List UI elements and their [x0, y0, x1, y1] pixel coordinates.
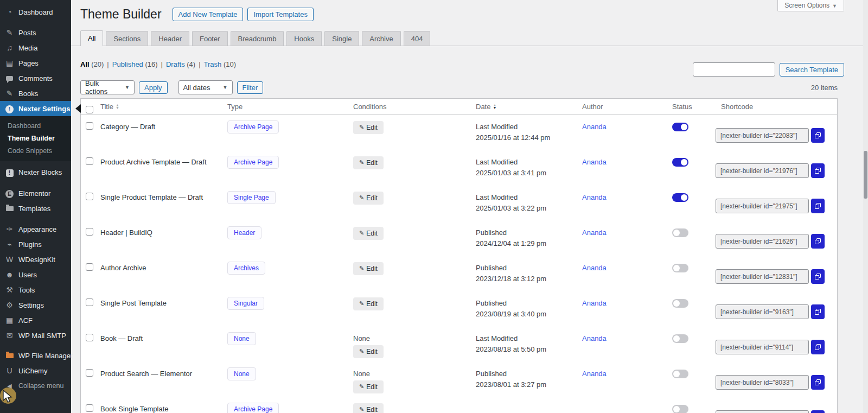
sidebar-subitem-theme-builder[interactable]: Theme Builder — [0, 132, 71, 144]
type-badge[interactable]: Archive Page — [227, 403, 279, 413]
tab-404[interactable]: 404 — [404, 31, 431, 46]
shortcode-input[interactable] — [716, 269, 809, 284]
author-link[interactable]: Ananda — [582, 193, 607, 201]
row-checkbox[interactable] — [86, 404, 93, 412]
search-input[interactable] — [693, 62, 775, 77]
tab-all[interactable]: All — [80, 30, 103, 46]
edit-conditions-button[interactable]: ✎Edit — [353, 403, 384, 413]
status-toggle[interactable] — [672, 299, 688, 308]
status-toggle[interactable] — [672, 370, 688, 378]
bulk-actions-select[interactable]: Bulk actions ▼ — [80, 80, 135, 94]
row-checkbox[interactable] — [86, 193, 93, 200]
sidebar-item-posts[interactable]: ✎Posts — [0, 25, 71, 40]
sidebar-item-pages[interactable]: ▤Pages — [0, 55, 71, 71]
edit-conditions-button[interactable]: ✎Edit — [353, 121, 384, 134]
copy-shortcode-button[interactable] — [811, 304, 825, 319]
filter-link-trash[interactable]: Trash — [204, 60, 222, 68]
sidebar-item-tools[interactable]: ⚒Tools — [0, 282, 71, 297]
shortcode-input[interactable] — [716, 340, 809, 354]
template-title-link[interactable]: Product Archive Template — Draft — [100, 158, 207, 166]
author-link[interactable]: Ananda — [582, 299, 607, 307]
tab-footer[interactable]: Footer — [192, 31, 228, 46]
copy-shortcode-button[interactable] — [811, 199, 825, 213]
copy-shortcode-button[interactable] — [811, 234, 825, 249]
author-link[interactable]: Ananda — [582, 334, 607, 342]
shortcode-input[interactable] — [716, 199, 809, 213]
type-badge[interactable]: Archive Page — [227, 156, 279, 169]
add-new-template-button[interactable]: Add New Template — [173, 8, 244, 21]
template-title-link[interactable]: Product Search — Elementor — [100, 370, 192, 378]
type-badge[interactable]: None — [227, 332, 256, 345]
vertical-scrollbar[interactable] — [863, 0, 868, 413]
status-toggle[interactable] — [672, 123, 688, 131]
tab-sections[interactable]: Sections — [106, 31, 148, 46]
row-checkbox[interactable] — [86, 334, 93, 341]
sidebar-item-elementor[interactable]: EElementor — [0, 186, 71, 201]
sidebar-item-appearance[interactable]: ✑Appearance — [0, 221, 71, 237]
sidebar-item-templates[interactable]: Templates — [0, 201, 71, 216]
template-title-link[interactable]: Book Single Template — [100, 405, 169, 413]
status-toggle[interactable] — [672, 405, 688, 413]
tab-header[interactable]: Header — [151, 31, 189, 46]
type-badge[interactable]: None — [227, 367, 256, 380]
copy-shortcode-button[interactable] — [811, 269, 825, 284]
sidebar-item-nexter-settings[interactable]: !Nexter Settings — [0, 101, 71, 116]
type-badge[interactable]: Header — [227, 226, 261, 239]
shortcode-input[interactable] — [716, 128, 809, 143]
edit-conditions-button[interactable]: ✎Edit — [353, 156, 384, 169]
sidebar-subitem-code-snippets[interactable]: Code Snippets — [0, 144, 71, 157]
shortcode-input[interactable] — [716, 375, 809, 390]
sidebar-item-wp-file-manager[interactable]: WP File Manager — [0, 348, 71, 363]
column-header-title[interactable]: Title▲▼ — [95, 99, 222, 115]
edit-conditions-button[interactable]: ✎Edit — [353, 227, 384, 240]
row-checkbox[interactable] — [86, 369, 93, 377]
edit-conditions-button[interactable]: ✎Edit — [353, 345, 384, 358]
edit-conditions-button[interactable]: ✎Edit — [353, 262, 384, 275]
copy-shortcode-button[interactable] — [811, 128, 825, 143]
sidebar-item-comments[interactable]: Comments — [0, 71, 71, 86]
filter-link-drafts[interactable]: Drafts — [166, 60, 185, 68]
type-badge[interactable]: Archives — [227, 262, 265, 275]
shortcode-input[interactable] — [716, 234, 809, 249]
status-toggle[interactable] — [672, 334, 688, 343]
template-title-link[interactable]: Book — Draft — [100, 334, 143, 342]
edit-conditions-button[interactable]: ✎Edit — [353, 380, 384, 393]
column-header-date[interactable]: Date▲▼ — [470, 99, 577, 115]
shortcode-input[interactable] — [716, 410, 809, 413]
select-all-checkbox[interactable] — [86, 106, 93, 113]
shortcode-input[interactable] — [716, 163, 809, 178]
sidebar-item-wp-mail-smtp[interactable]: ✉WP Mail SMTP — [0, 328, 71, 343]
scrollbar-thumb[interactable] — [864, 151, 867, 199]
import-templates-button[interactable]: Import Templates — [247, 8, 313, 21]
copy-shortcode-button[interactable] — [811, 340, 825, 354]
status-toggle[interactable] — [672, 158, 688, 167]
dates-filter-select[interactable]: All dates ▼ — [178, 80, 233, 94]
type-badge[interactable]: Single Page — [227, 191, 276, 204]
sidebar-subitem-dashboard[interactable]: Dashboard — [0, 119, 71, 132]
edit-conditions-button[interactable]: ✎Edit — [353, 297, 384, 310]
filter-link-all[interactable]: All — [80, 60, 90, 68]
type-badge[interactable]: Singular — [227, 297, 264, 310]
sidebar-item-dashboard[interactable]: ◔Dashboard — [0, 4, 71, 20]
edit-conditions-button[interactable]: ✎Edit — [353, 192, 384, 205]
sidebar-item-nexter-blocks[interactable]: !Nexter Blocks — [0, 164, 71, 180]
apply-button[interactable]: Apply — [139, 81, 168, 94]
author-link[interactable]: Ananda — [582, 370, 607, 378]
sidebar-item-books[interactable]: ✎Books — [0, 86, 71, 101]
author-link[interactable]: Ananda — [582, 228, 607, 237]
filter-link-published[interactable]: Published — [112, 60, 143, 68]
template-title-link[interactable]: Single Post Template — [100, 299, 167, 307]
copy-shortcode-button[interactable] — [811, 163, 825, 178]
row-checkbox[interactable] — [86, 228, 93, 236]
tab-archive[interactable]: Archive — [362, 31, 400, 46]
template-title-link[interactable]: Header | BuildIQ — [100, 228, 152, 237]
type-badge[interactable]: Archive Page — [227, 120, 279, 134]
status-toggle[interactable] — [672, 228, 688, 237]
tab-breadcrumb[interactable]: Breadcrumb — [231, 31, 284, 46]
status-toggle[interactable] — [672, 264, 688, 272]
sidebar-item-media[interactable]: ♫Media — [0, 40, 71, 55]
template-title-link[interactable]: Author Archive — [100, 264, 146, 272]
sidebar-item-users[interactable]: ☻Users — [0, 267, 71, 282]
row-checkbox[interactable] — [86, 157, 93, 165]
tab-single[interactable]: Single — [324, 31, 359, 46]
